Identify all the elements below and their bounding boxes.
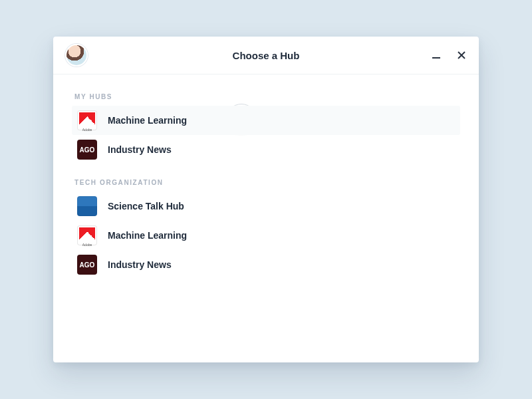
hub-label: Industry News — [108, 144, 172, 155]
hub-item-machine-learning[interactable]: Machine Learning — [72, 221, 460, 250]
hub-item-industry-news[interactable]: Industry News — [72, 135, 460, 164]
hub-chooser-window: Choose a Hub My Hubs Machine Learning — [53, 37, 479, 362]
close-icon — [457, 51, 466, 60]
ago-icon — [77, 255, 97, 275]
section-label: Tech Organization — [74, 179, 460, 186]
hub-item-science-talk-hub[interactable]: Science Talk Hub — [72, 192, 460, 221]
window-body: My Hubs Machine Learning Industry News T… — [53, 74, 479, 362]
minimize-icon — [432, 51, 441, 60]
minimize-button[interactable] — [431, 50, 442, 61]
hub-label: Science Talk Hub — [108, 201, 184, 211]
hub-label: Machine Learning — [108, 230, 187, 241]
ago-icon — [77, 140, 97, 160]
avatar[interactable] — [65, 44, 88, 66]
titlebar: Choose a Hub — [53, 37, 479, 74]
hub-item-machine-learning[interactable]: Machine Learning — [72, 106, 460, 135]
section-my-hubs: My Hubs Machine Learning Industry News — [72, 93, 460, 164]
window-controls — [431, 50, 467, 61]
adobe-icon — [77, 110, 97, 130]
window-title: Choose a Hub — [53, 50, 479, 61]
close-button[interactable] — [456, 50, 467, 61]
section-label: My Hubs — [74, 93, 460, 100]
amex-icon — [77, 196, 97, 216]
hub-label: Machine Learning — [108, 115, 187, 126]
hub-label: Industry News — [108, 259, 172, 270]
adobe-icon — [77, 225, 97, 245]
section-tech-organization: Tech Organization Science Talk Hub Machi… — [72, 179, 460, 279]
hub-item-industry-news[interactable]: Industry News — [72, 250, 460, 279]
